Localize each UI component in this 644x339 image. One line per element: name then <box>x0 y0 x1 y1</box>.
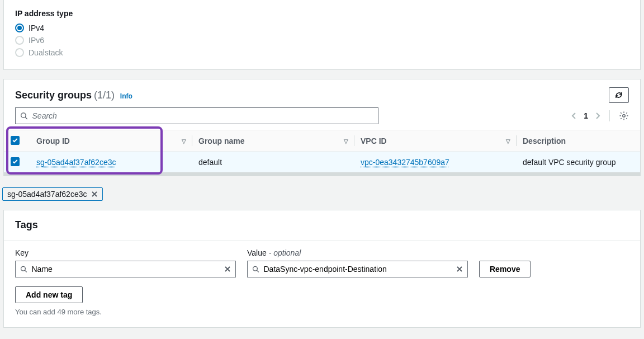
tags-panel: Tags Key Value - optional <box>3 210 641 328</box>
clear-value-button[interactable] <box>456 266 463 272</box>
selected-chips: sg-05ad4af37af62ce3c <box>0 185 644 201</box>
close-icon <box>456 266 463 272</box>
sort-caret-icon[interactable]: ▽ <box>344 138 348 144</box>
tag-value-label-text: Value <box>247 248 267 257</box>
pagination: 1 <box>571 110 629 121</box>
tag-key-input[interactable] <box>32 265 220 274</box>
refresh-button[interactable] <box>609 87 629 103</box>
refresh-icon <box>614 91 623 100</box>
remove-tag-button[interactable]: Remove <box>479 261 531 277</box>
ip-address-type-title: IP address type <box>15 9 629 18</box>
radio-ipv4[interactable] <box>15 23 24 32</box>
row-checkbox[interactable] <box>11 157 20 166</box>
group-id-link[interactable]: sg-05ad4af37af62ce3c <box>36 158 116 167</box>
tag-value-input-wrap[interactable] <box>247 261 468 277</box>
chevron-right-icon <box>595 112 600 120</box>
security-groups-search-input[interactable] <box>32 111 373 120</box>
radio-dualstack <box>15 48 24 57</box>
svg-point-3 <box>253 266 258 271</box>
close-icon <box>91 191 98 197</box>
security-groups-table: Group ID▽ Group name▽ VPC ID▽ Descriptio… <box>4 130 640 172</box>
table-settings-button[interactable] <box>619 111 629 121</box>
description-cell: default VPC security group <box>516 152 640 173</box>
clear-key-button[interactable] <box>224 266 231 272</box>
security-groups-panel: Security groups (1/1) Info 1 <box>3 79 641 176</box>
security-groups-search[interactable] <box>15 107 378 124</box>
tag-key-input-wrap[interactable] <box>15 261 236 277</box>
radio-option-ipv4[interactable]: IPv4 <box>15 23 629 32</box>
info-link[interactable]: Info <box>120 92 132 100</box>
tag-key-field: Key <box>15 248 236 277</box>
search-icon <box>252 265 259 273</box>
tag-key-label: Key <box>15 248 236 257</box>
gear-icon <box>619 111 629 121</box>
add-new-tag-button[interactable]: Add new tag <box>15 286 83 303</box>
optional-text: - optional <box>267 248 301 257</box>
tag-value-label: Value - optional <box>247 248 468 257</box>
search-icon <box>20 265 27 273</box>
col-group-id[interactable]: Group ID <box>36 136 70 145</box>
radio-option-dualstack: Dualstack <box>15 48 629 57</box>
radio-ipv6 <box>15 36 24 45</box>
radio-label-ipv4: IPv4 <box>29 23 44 32</box>
table-row[interactable]: sg-05ad4af37af62ce3c default vpc-0ea3432… <box>4 152 640 173</box>
tag-value-field: Value - optional <box>247 248 468 277</box>
security-groups-count: (1/1) <box>94 90 115 101</box>
close-icon <box>224 266 231 272</box>
col-group-name[interactable]: Group name <box>198 136 244 145</box>
svg-point-1 <box>623 115 626 117</box>
col-description[interactable]: Description <box>523 136 566 145</box>
col-vpc-id[interactable]: VPC ID <box>361 136 387 145</box>
chevron-left-icon <box>571 112 577 120</box>
ip-address-type-panel: IP address type IPv4 IPv6 Dualstack <box>3 0 641 70</box>
radio-option-ipv6: IPv6 <box>15 36 629 45</box>
security-groups-title: Security groups <box>15 90 92 101</box>
table-header-row: Group ID▽ Group name▽ VPC ID▽ Descriptio… <box>4 130 640 152</box>
horizontal-scrollbar[interactable] <box>4 172 640 176</box>
radio-label-dualstack: Dualstack <box>29 48 63 57</box>
sort-caret-icon[interactable]: ▽ <box>182 138 186 144</box>
security-groups-heading: Security groups (1/1) Info <box>15 90 132 101</box>
svg-point-2 <box>21 266 26 271</box>
footer-actions: Cancel Create endpoint <box>0 337 644 339</box>
chip-label: sg-05ad4af37af62ce3c <box>7 190 87 199</box>
page-number: 1 <box>584 111 588 120</box>
tags-title: Tags <box>4 210 640 241</box>
prev-page[interactable] <box>571 112 577 120</box>
next-page[interactable] <box>595 112 600 120</box>
svg-point-0 <box>21 113 26 117</box>
remove-chip-button[interactable] <box>91 191 98 197</box>
search-icon <box>20 112 28 120</box>
tag-value-input[interactable] <box>264 265 452 274</box>
select-all-checkbox[interactable] <box>11 136 20 145</box>
tags-hint: You can add 49 more tags. <box>15 308 629 316</box>
selected-sg-chip: sg-05ad4af37af62ce3c <box>2 187 103 201</box>
group-name-cell: default <box>192 152 354 173</box>
radio-label-ipv6: IPv6 <box>29 36 44 45</box>
sort-caret-icon[interactable]: ▽ <box>506 138 510 144</box>
pager-divider <box>609 110 610 121</box>
vpc-id-link[interactable]: vpc-0ea3432745b7609a7 <box>361 158 449 167</box>
